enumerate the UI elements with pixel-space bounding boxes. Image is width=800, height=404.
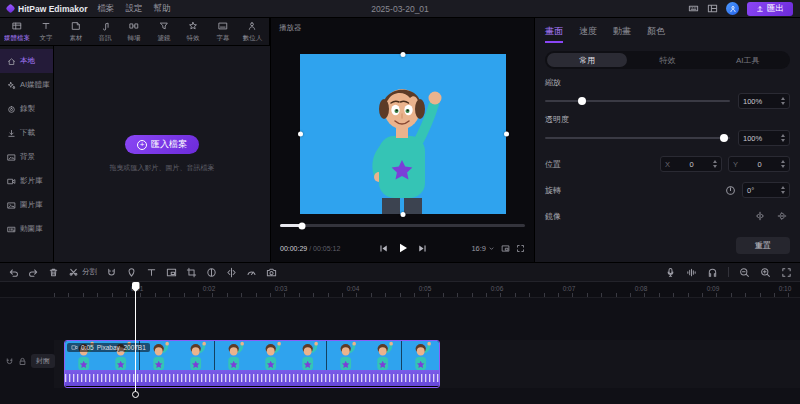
video-canvas[interactable] <box>300 54 506 214</box>
ribbon-item-text[interactable]: 文字 <box>31 21 60 43</box>
rotate-dial-icon[interactable] <box>725 185 736 196</box>
speed-button[interactable] <box>246 267 257 278</box>
play-button[interactable] <box>397 242 409 254</box>
ruler-label: 0:03 <box>275 285 288 292</box>
keyboard-icon[interactable] <box>688 3 699 14</box>
flip-horizontal-button[interactable] <box>752 208 768 224</box>
scale-slider[interactable] <box>545 100 730 102</box>
tab-screen[interactable]: 畫面 <box>545 25 563 43</box>
import-files-button[interactable]: + 匯入檔案 <box>125 135 199 154</box>
subtab-ai-tools[interactable]: AI工具 <box>708 53 788 67</box>
sidebar-item-record[interactable]: 錄製 <box>0 97 53 121</box>
fullscreen-icon[interactable] <box>516 244 525 253</box>
sidebar-item-background[interactable]: 背景 <box>0 145 53 169</box>
opacity-value-box[interactable]: 100% <box>738 130 790 146</box>
ribbon-item-digital-human[interactable]: 數位人 <box>238 21 267 43</box>
position-x-input[interactable]: X 0 <box>660 156 722 172</box>
tab-speed[interactable]: 速度 <box>579 25 597 43</box>
transform-handle-top[interactable] <box>401 52 406 57</box>
magnet-snap-button[interactable] <box>106 267 117 278</box>
next-frame-button[interactable] <box>418 244 427 253</box>
ribbon-item-effects[interactable]: 特效 <box>179 21 208 43</box>
opacity-slider[interactable] <box>545 137 730 139</box>
undo-button[interactable] <box>8 267 19 278</box>
logo-icon <box>6 4 16 14</box>
playhead[interactable] <box>135 282 136 398</box>
cover-button[interactable]: 封面 <box>31 354 55 368</box>
delete-button[interactable] <box>48 267 59 278</box>
media-icon <box>12 21 22 31</box>
opacity-stepper[interactable] <box>781 134 785 142</box>
scale-stepper[interactable] <box>781 97 785 105</box>
sidebar-item-local[interactable]: 本地 <box>0 49 53 73</box>
aspect-ratio-select[interactable]: 16:9 <box>471 244 495 253</box>
scale-slider-knob[interactable] <box>578 97 586 105</box>
timeline-ruler[interactable]: 0:010:020:030:040:050:060:070:080:090:10 <box>0 282 800 298</box>
timeline-zoom-out-button[interactable] <box>739 267 750 278</box>
record-voiceover-button[interactable] <box>665 267 676 278</box>
audio-denoise-button[interactable] <box>686 267 697 278</box>
mirror-button[interactable] <box>226 267 237 278</box>
transform-handle-bottom[interactable] <box>401 212 406 217</box>
opacity-slider-knob[interactable] <box>720 134 728 142</box>
export-button[interactable]: 匯出 <box>747 2 793 16</box>
sidebar-item-download[interactable]: 下載 <box>0 121 53 145</box>
sidebar-item-gif-library[interactable]: 動圖庫 <box>0 217 53 241</box>
timeline-zoom-in-button[interactable] <box>760 267 771 278</box>
subtab-common[interactable]: 常用 <box>547 53 627 67</box>
text-tool-button[interactable] <box>146 267 157 278</box>
snapshot-button[interactable] <box>266 267 277 278</box>
pip-button[interactable] <box>166 267 177 278</box>
video-clip[interactable]: 0:05 Pixabay_2007B1 <box>64 340 440 388</box>
sidebar-item-ai-media[interactable]: AI媒體庫 <box>0 73 53 97</box>
progress-knob[interactable] <box>299 222 306 229</box>
sidebar-item-label: 影片庫 <box>20 176 43 186</box>
subtab-effects[interactable]: 特效 <box>627 53 707 67</box>
redo-button[interactable] <box>28 267 39 278</box>
ribbon-item-sticker[interactable]: 素材 <box>61 21 90 43</box>
position-y-input[interactable]: Y 0 <box>728 156 790 172</box>
sidebar-item-video-library[interactable]: 影片庫 <box>0 169 53 193</box>
ribbon-item-filter[interactable]: 濾鏡 <box>149 21 178 43</box>
ribbon-item-media[interactable]: 媒體檔案 <box>2 21 31 43</box>
split-button[interactable]: 分割 <box>68 267 97 278</box>
track-lock-icon[interactable] <box>18 357 27 366</box>
playback-progress-bar[interactable] <box>280 224 525 227</box>
playhead-bottom-dot[interactable] <box>132 391 139 398</box>
import-panel[interactable]: + 匯入檔案 拖曳或匯入影片、圖片、音訊檔案 <box>54 46 270 262</box>
ribbon-item-transition[interactable]: 轉場 <box>120 21 149 43</box>
scale-value-box[interactable]: 100% <box>738 93 790 109</box>
sidebar-item-image-library[interactable]: 圖片庫 <box>0 193 53 217</box>
voice-effect-button[interactable] <box>707 267 718 278</box>
rotate-stepper[interactable] <box>781 186 785 194</box>
layout-icon[interactable] <box>707 3 718 14</box>
track-magnet-icon[interactable] <box>5 357 14 366</box>
marker-button[interactable] <box>126 267 137 278</box>
menu-settings[interactable]: 設定 <box>125 3 142 15</box>
menu-help[interactable]: 幫助 <box>153 3 170 15</box>
transform-handle-right[interactable] <box>504 132 509 137</box>
rotate-value-box[interactable]: 0° <box>742 182 790 198</box>
position-x-stepper[interactable] <box>713 160 717 168</box>
transform-handle-left[interactable] <box>298 132 303 137</box>
mask-button[interactable] <box>206 267 217 278</box>
previous-frame-button[interactable] <box>379 244 388 253</box>
preview-quality-icon[interactable] <box>501 244 510 253</box>
tab-animation[interactable]: 動畫 <box>613 25 631 43</box>
fit-timeline-button[interactable] <box>781 267 792 278</box>
ribbon-item-audio[interactable]: 音訊 <box>90 21 119 43</box>
tab-color[interactable]: 顏色 <box>647 25 665 43</box>
reset-button[interactable]: 重置 <box>736 237 790 254</box>
marker-icon <box>126 267 137 278</box>
position-label: 位置 <box>545 159 561 170</box>
avatar[interactable] <box>726 2 739 15</box>
flip-vertical-button[interactable] <box>774 208 790 224</box>
zoom-out-icon <box>739 267 750 278</box>
position-y-stepper[interactable] <box>781 160 785 168</box>
crop-button[interactable] <box>186 267 197 278</box>
timeline-tracks[interactable]: 封面 0:05 Pixabay_2007B1 <box>0 298 800 404</box>
menu-file[interactable]: 檔案 <box>97 3 114 15</box>
ribbon-item-subtitle[interactable]: 字幕 <box>208 21 237 43</box>
download-icon <box>7 129 16 138</box>
library-sidebar: 本地AI媒體庫錄製下載背景影片庫圖片庫動圖庫 <box>0 46 54 262</box>
